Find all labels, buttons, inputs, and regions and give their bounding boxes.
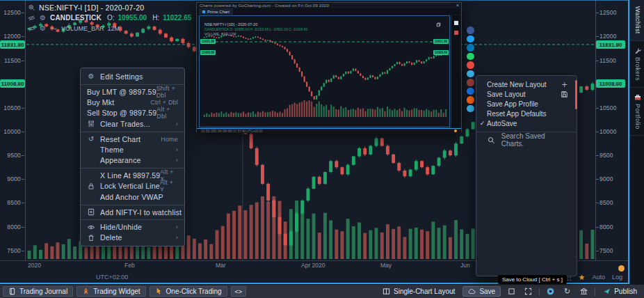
toolbar-button[interactable]: One-Click Trading [150,286,227,297]
star-icon[interactable]: ★ [579,274,586,281]
price-tick-label: 11500 [599,57,625,64]
eye-off-icon[interactable] [28,25,35,32]
popup-candlestick-chart [201,21,449,122]
saved-chart-item[interactable] [476,244,577,253]
popup-tab[interactable]: Prime Chart [199,8,233,15]
saved-chart-item[interactable] [476,168,577,178]
toolbar-button[interactable] [595,288,595,296]
reddit-share-icon[interactable] [467,96,474,104]
side-tab-label: Watchlist [634,6,641,34]
save-tooltip: Save to Cloud [ Ctrl + s ] [498,275,567,284]
layout-menu-item[interactable]: Save Layout [476,90,577,100]
toolbar-button[interactable]: Publish [600,286,640,297]
saved-chart-item[interactable] [476,187,577,197]
month-label: May [380,262,392,269]
side-tab-label: Portfolio [634,104,641,130]
toolbar-button[interactable]: Trading Journal [3,286,73,297]
context-menu-item[interactable]: Hide/Unhide › [81,219,184,233]
messenger-share-icon[interactable] [467,88,474,95]
scrollbar-thumb[interactable] [575,80,577,109]
saved-chart-item[interactable] [476,215,577,225]
context-menu-item[interactable]: Delete › [81,233,184,244]
toolbar-button[interactable] [522,286,534,297]
saved-chart-item[interactable] [476,159,577,168]
mini-side-tab [454,21,458,25]
sync-icon: ↻ [563,288,571,295]
toolbar-button[interactable] [506,286,517,297]
layout-menu-item[interactable]: Create New Layout + [476,80,577,90]
context-menu-item[interactable]: Clear Trades... › [81,118,184,130]
facebook-share-icon[interactable] [467,26,474,34]
toolbar-button[interactable]: <> [231,286,247,297]
layout-menu-item[interactable]: ✓ AutoSave [476,118,577,128]
toolbar-button[interactable]: Single-Chart Layout [380,286,458,297]
eye-off-icon[interactable] [28,15,35,22]
context-menu-item[interactable]: Theme › [81,144,184,155]
price-badge: 11831.80 [0,40,25,49]
indicator-name: CANDLESTICK [50,14,102,22]
timezone-label[interactable]: UTC+02:00 [96,274,128,281]
toolbar-button[interactable]: Save [462,286,501,297]
magnifier-plus-icon[interactable] [28,4,35,11]
whatsapp-share-icon[interactable] [467,53,474,61]
saved-chart-item[interactable] [476,150,577,159]
popup-side-tab-strip [451,15,460,127]
pinterest-share-icon[interactable] [467,61,474,69]
context-menu-item[interactable]: Buy LMT @ 9897.59 Shift + Dbl [81,84,184,97]
symbol-title[interactable]: NSE:NIFTY-I [1D] - 2020-07-20 [39,3,144,12]
saved-chart-item[interactable] [476,206,577,216]
layout-menu-items: Create New Layout + Save Layout Save App… [476,80,577,128]
side-tab[interactable]: Portfolio [630,88,644,136]
context-menu-item[interactable]: ⚙ Edit Settings [81,71,184,82]
context-menu-item[interactable]: ↺ Reset Chart Home [81,132,184,145]
layout-icon [383,288,390,295]
context-menu-item[interactable]: Sell Stop @ 9897.59 Alt + Dbl [81,108,184,119]
gear-icon[interactable]: ⚙ [39,25,47,32]
twitter-share-icon[interactable] [467,36,474,43]
toolbar-button[interactable]: ↻ [561,286,573,297]
price-tick-label: 8000 [0,224,21,230]
toolbar-button[interactable]: Trading Widget [77,286,145,297]
toolbar-button[interactable] [578,286,590,297]
reset-icon: ↺ [87,135,95,143]
gear-icon[interactable]: ⚙ [39,15,47,22]
telegram-share-icon[interactable] [467,70,474,78]
linkedin-share-icon[interactable] [467,44,474,52]
email-share-icon[interactable] [467,79,474,86]
close-icon[interactable]: × [456,3,459,8]
expand-icon [524,288,532,295]
share-chart-popup[interactable]: Charts powered by GoCharting.com - Creat… [196,2,462,132]
price-tick-label: 10500 [599,104,625,111]
skype-share-icon[interactable] [467,105,474,113]
mini-side-tab [454,31,458,35]
saved-chart-item[interactable] [476,234,577,244]
saved-chart-item[interactable] [476,253,577,262]
toolbar-button[interactable] [539,288,540,296]
trading-app: 1250012000115001050010000950090008500800… [0,0,644,298]
check-icon: ✓ [479,120,485,127]
toolbar-button[interactable] [545,286,556,297]
notification-dot[interactable] [618,265,625,272]
price-tick-label: 12000 [0,33,21,40]
context-menu-item[interactable]: Lock Vertical Line Alt + Y [81,181,184,192]
month-label: Feb [124,262,135,269]
price-tick-label: 12000 [599,33,625,40]
saved-chart-item[interactable] [476,225,577,235]
copy-icon[interactable] [436,22,441,27]
saved-chart-item[interactable] [476,196,577,206]
saved-chart-item[interactable] [476,262,577,272]
layout-menu-item[interactable]: Save App Profile [476,100,577,109]
context-menu-item[interactable]: Add Anchor VWAP [81,191,184,203]
context-menu-item[interactable]: Add NIFTY-I to watchlist [81,205,184,218]
side-tab[interactable]: Brokers [630,41,644,88]
context-menu-item[interactable]: Appearance › [81,155,184,166]
saved-chart-item[interactable] [476,178,577,187]
axis-divider [25,0,26,260]
layout-menu-item[interactable]: Reset App Defaults [476,109,577,118]
volume-value: 12M [108,25,120,32]
auto-scale-toggle[interactable]: Auto [592,274,605,281]
side-tab[interactable]: Watchlist [630,0,644,41]
saved-charts-search[interactable]: Search Saved Charts. [476,132,577,148]
log-scale-toggle[interactable]: Log [612,274,622,281]
price-tick-label: 12500 [599,9,625,16]
